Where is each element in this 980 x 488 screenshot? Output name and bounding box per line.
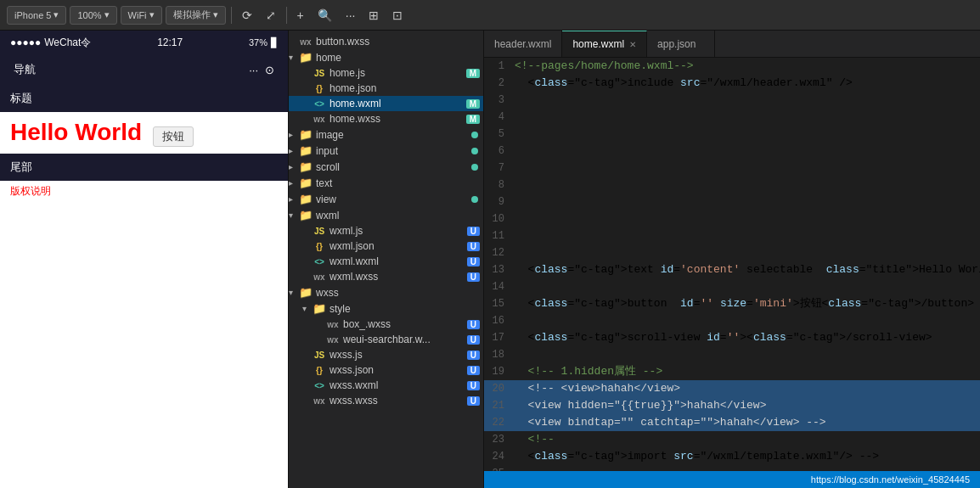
- tree-item-label: scroll: [316, 161, 471, 173]
- add-button[interactable]: +: [292, 7, 309, 24]
- tree-item-view[interactable]: ▸📁view: [289, 191, 483, 207]
- phone-simulator: ●●●●● WeChat令 12:17 37% ▊ 导航 ··· ⊙: [0, 31, 289, 488]
- action-selector[interactable]: 模拟操作 ▾: [166, 6, 226, 25]
- line-number: 2: [484, 75, 515, 92]
- status-time: 12:17: [157, 36, 183, 48]
- tree-item-wxss[interactable]: ▾📁wxss: [289, 284, 483, 300]
- code-line: 20 <!-- <view>hahah</view>: [484, 380, 980, 397]
- tree-item-style[interactable]: ▾📁style: [289, 300, 483, 317]
- tree-item-wxml-wxss[interactable]: wxwxml.wxssU: [289, 269, 483, 284]
- search-button[interactable]: 🔍: [313, 7, 337, 24]
- tree-item-label: wxml.wxml: [329, 255, 467, 267]
- dot-badge: [471, 196, 478, 203]
- line-number: 12: [484, 244, 515, 261]
- folder-arrow: ▸: [289, 146, 299, 155]
- tree-item-weui-searchbar-w---[interactable]: wxweui-searchbar.w...U: [289, 332, 483, 347]
- tree-item-box--wxss[interactable]: wxbox_.wxssU: [289, 317, 483, 332]
- nav-label: 导航: [14, 62, 36, 77]
- code-line: 21 <view hidden="{{true}}">hahah</view>: [484, 397, 980, 414]
- line-number: 1: [484, 58, 515, 75]
- dot-badge: [471, 164, 478, 171]
- editor-content[interactable]: 1<!--pages/home/home.wxml-->2 <class="c-…: [484, 58, 980, 471]
- tree-item-home-wxml[interactable]: <>home.wxmlM: [289, 96, 483, 111]
- line-number: 19: [484, 363, 515, 380]
- json-icon: {}: [313, 242, 326, 251]
- file-tree-panel: wxbutton.wxss▾📁homeJShome.jsM{}home.json…: [289, 31, 484, 488]
- badge: U: [467, 335, 480, 345]
- status-left: ●●●●● WeChat令: [10, 36, 91, 50]
- tree-item-wxml-wxml[interactable]: <>wxml.wxmlU: [289, 254, 483, 269]
- close-icon[interactable]: ✕: [629, 40, 636, 49]
- tree-item-wxml-json[interactable]: {}wxml.jsonU: [289, 238, 483, 254]
- folder-icon: 📁: [299, 160, 313, 173]
- tree-item-label: image: [316, 129, 471, 141]
- compile-button[interactable]: ⊡: [387, 7, 408, 24]
- layout-button[interactable]: ⊞: [363, 7, 384, 24]
- tree-item-wxss-wxss[interactable]: wxwxss.wxssU: [289, 393, 483, 408]
- badge: U: [467, 366, 480, 375]
- code-line: 18: [484, 346, 980, 363]
- more-button[interactable]: ···: [341, 7, 361, 24]
- editor-tab-app-json[interactable]: app.json: [647, 31, 715, 57]
- tree-item-home-wxss[interactable]: wxhome.wxssM: [289, 111, 483, 126]
- tree-item-wxml[interactable]: ▾📁wxml: [289, 207, 483, 223]
- line-number: 11: [484, 227, 515, 244]
- code-line: 22 <view bindtap="" catchtap="">hahah</v…: [484, 414, 980, 431]
- tree-item-home-js[interactable]: JShome.jsM: [289, 65, 483, 81]
- folder-icon: 📁: [299, 286, 313, 299]
- network-label: WiFi: [128, 10, 147, 20]
- tree-item-label: wxss.json: [329, 364, 467, 376]
- wxss-icon: wx: [313, 396, 326, 406]
- folder-icon: 📁: [313, 302, 326, 315]
- code-line: 3: [484, 92, 980, 109]
- nav-circle[interactable]: ⊙: [265, 64, 274, 76]
- badge: U: [467, 320, 480, 329]
- line-number: 16: [484, 312, 515, 329]
- network-selector[interactable]: WiFi ▾: [121, 6, 162, 25]
- chevron-down-icon: ▾: [54, 9, 59, 20]
- tree-item-text[interactable]: ▸📁text: [289, 175, 483, 191]
- tree-item-scroll[interactable]: ▸📁scroll: [289, 159, 483, 175]
- copyright-label: 版权说明: [10, 185, 51, 197]
- nav-dots[interactable]: ···: [249, 64, 258, 76]
- action-label: 模拟操作: [173, 8, 211, 21]
- tree-item-input[interactable]: ▸📁input: [289, 143, 483, 159]
- fullscreen-button[interactable]: ⤢: [261, 7, 281, 24]
- phone-status-bar: ●●●●● WeChat令 12:17 37% ▊: [0, 31, 288, 54]
- folder-icon: 📁: [299, 193, 313, 205]
- editor-tab-header-wxml[interactable]: header.wxml: [484, 31, 562, 57]
- tree-item-wxss-js[interactable]: JSwxss.jsU: [289, 347, 483, 362]
- tree-item-label: wxss.wxml: [329, 379, 467, 391]
- device-label: iPhone 5: [14, 10, 51, 20]
- tree-item-home[interactable]: ▾📁home: [289, 49, 483, 65]
- line-content: <class="c-tag">import src="/wxml/templat…: [515, 448, 980, 465]
- code-line: 14: [484, 278, 980, 295]
- tree-item-button-wxss[interactable]: wxbutton.wxss: [289, 34, 483, 49]
- line-content: <view bindtap="" catchtap="">hahah</view…: [515, 414, 980, 431]
- editor-footer: https://blog.csdn.net/weixin_45824445: [484, 471, 980, 488]
- tree-item-wxss-json[interactable]: {}wxss.jsonU: [289, 362, 483, 378]
- battery-icon: ▊: [271, 37, 278, 48]
- rotate-button[interactable]: ⟳: [237, 7, 257, 24]
- tree-item-image[interactable]: ▸📁image: [289, 126, 483, 143]
- device-selector[interactable]: iPhone 5 ▾: [7, 6, 66, 25]
- code-line: 2 <class="c-tag">include src="/wxml/head…: [484, 75, 980, 92]
- wxss-icon: wx: [299, 37, 313, 47]
- editor-tab-home-wxml[interactable]: home.wxml✕: [562, 31, 647, 57]
- tab-label: app.json: [657, 38, 696, 50]
- tree-item-wxml-js[interactable]: JSwxml.jsU: [289, 223, 483, 238]
- tree-item-home-json[interactable]: {}home.json: [289, 81, 483, 96]
- line-number: 6: [484, 143, 515, 160]
- line-number: 4: [484, 109, 515, 126]
- phone-nav-bar: 导航 ··· ⊙: [0, 54, 288, 85]
- js-icon: JS: [313, 351, 326, 360]
- badge: M: [466, 115, 480, 124]
- signal-strength: ●●●●●: [10, 36, 41, 48]
- tree-item-wxss-wxml[interactable]: <>wxss.wxmlU: [289, 378, 483, 393]
- wxml-icon: <>: [313, 99, 326, 109]
- line-content: <class="c-tag">include src="/wxml/header…: [515, 75, 980, 92]
- code-line: 8: [484, 177, 980, 194]
- mini-button[interactable]: 按钮: [153, 126, 194, 147]
- tree-item-label: wxml.json: [329, 240, 467, 252]
- zoom-selector[interactable]: 100% ▾: [70, 6, 116, 25]
